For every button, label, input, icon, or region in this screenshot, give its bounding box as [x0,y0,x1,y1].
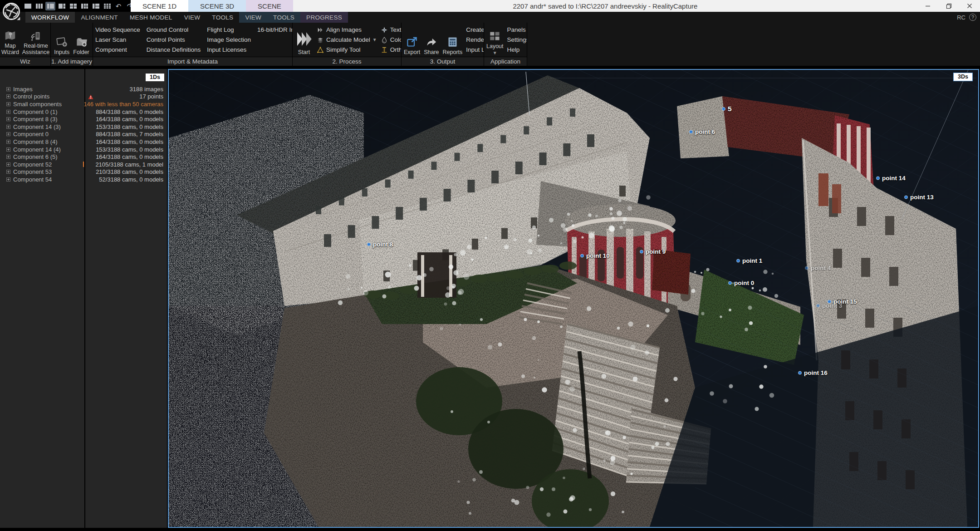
expand-plus-icon[interactable] [6,125,10,129]
tree-item-component-8-3[interactable]: Component 8 (3) [0,115,84,123]
layout-preset-button[interactable] [79,2,89,10]
tree-item-component-54[interactable]: Component 54 [0,176,84,183]
align-images-button[interactable]: Align Images [317,25,377,35]
layout-preset-button[interactable] [34,2,44,10]
close-button[interactable] [959,0,980,12]
expand-plus-icon[interactable] [6,132,10,136]
expand-plus-icon[interactable] [6,87,10,91]
layout-preset-button[interactable] [68,2,78,10]
laser-scan-button[interactable]: Laser Scan [95,35,140,45]
control-point-point-6[interactable]: point 6 [689,128,715,135]
control-point-point-4[interactable]: point 4 [805,265,831,271]
help-button[interactable]: Help [507,45,527,55]
component-button[interactable]: Component [95,45,140,55]
restore-button[interactable] [938,0,959,12]
viewport-3d[interactable]: 3Ds 5point 6point 14point 13point 8point… [168,69,979,528]
tree-item-control-points[interactable]: Control points [0,93,84,101]
layout-preset-button[interactable] [91,2,101,10]
ribbon-tab-alignment[interactable]: ALIGNMENT [75,12,123,23]
tree-item-small-components[interactable]: Small components [0,100,84,108]
component-label: Component [95,45,127,55]
ribbon-tab-view[interactable]: VIEW [178,12,206,23]
expand-plus-icon[interactable] [6,102,10,106]
tree-item-component-0[interactable]: Component 0 [0,131,84,138]
layout-preset-button[interactable] [45,2,55,10]
expand-plus-icon[interactable] [6,177,10,182]
undo-button[interactable]: ↶ [113,2,123,10]
control-point-point-9[interactable]: point 9 [640,248,666,255]
control-point-point-0[interactable]: point 0 [728,280,754,286]
ortho-projection-button[interactable]: Ortho Projection [381,45,401,55]
expand-plus-icon[interactable] [6,170,10,174]
ribbon-tab-mesh-model[interactable]: MESH MODEL [124,12,178,23]
tree-item-images[interactable]: Images [0,85,84,93]
view-badge-1d[interactable]: 1Ds [146,74,164,81]
inputs-button[interactable]: Inputs [54,24,69,56]
control-point-point-3[interactable]: point 3 [816,302,842,309]
tree-item-component-14-3[interactable]: Component 14 (3) [0,123,84,131]
layout-button[interactable]: Layout▼ [486,24,504,56]
control-points-button[interactable]: Control Points [147,35,201,45]
scene-tab-scene-1d[interactable]: SCENE 1D [131,0,188,12]
render-image-button[interactable]: Render Image [466,35,484,45]
expand-plus-icon[interactable] [6,117,10,121]
tree-item-label: Small components [13,101,62,108]
expand-plus-icon[interactable] [6,155,10,159]
tree-item-component-8-4[interactable]: Component 8 (4) [0,138,84,146]
tree-item-component-14-4[interactable]: Component 14 (4) [0,146,84,153]
control-point-point-10[interactable]: point 10 [580,252,610,259]
control-point-point-16[interactable]: point 16 [798,369,828,376]
realitycapture-logo-icon[interactable] [2,1,21,22]
expand-plus-icon[interactable] [6,148,10,152]
tree-item-component-0-1[interactable]: Component 0 (1) [0,108,84,116]
folder-button[interactable]: Folder [73,24,89,56]
view-badge-3d[interactable]: 3Ds [953,73,973,81]
simplify-tool-button[interactable]: Simplify Tool [317,45,377,55]
image-selection-button[interactable]: Image Selection [207,35,251,45]
expand-plus-icon[interactable] [6,110,10,114]
real-time-assistance-button[interactable]: Real-time Assistance [23,24,49,56]
panels-button[interactable]: Panels [507,25,527,35]
ground-control-button[interactable]: Ground Control [147,25,201,35]
expand-plus-icon[interactable] [6,140,10,144]
control-point-point-14[interactable]: point 14 [876,175,906,182]
input-licenses-button[interactable]: Input Licenses [207,45,251,55]
control-point-point-1[interactable]: point 1 [736,257,762,264]
minimize-button[interactable] [917,0,938,12]
flight-log-button[interactable]: Flight Log [207,25,251,35]
reports-button[interactable]: Reports [443,24,463,56]
tree-item-component-52[interactable]: Component 52 [0,161,84,168]
scene-tab-scene-3d[interactable]: SCENE 3D [188,0,246,12]
distance-definitions-button[interactable]: Distance Definitions [147,45,201,55]
layout-preset-button[interactable] [57,2,67,10]
expand-plus-icon[interactable] [6,94,10,98]
input-licenses-button[interactable]: Input Licenses [466,45,484,55]
calculate-model-button[interactable]: Calculate Model▼ [317,35,377,45]
scene-tab-scene[interactable]: SCENE [246,0,293,12]
tree-item-component-53[interactable]: Component 53 [0,168,84,176]
settings-button[interactable]: Settings [507,35,527,45]
help-icon[interactable]: ? [969,14,976,21]
share-button[interactable]: Share [424,24,439,56]
tree-item-component-6-5[interactable]: Component 6 (5) [0,153,84,161]
ribbon-tab-tools[interactable]: TOOLS [267,12,300,23]
rc-mode-label[interactable]: RC [957,14,965,21]
layout-preset-button[interactable] [102,2,112,10]
video-sequence-button[interactable]: Video Sequence [95,25,140,35]
ribbon-tab-tools[interactable]: TOOLS [206,12,239,23]
16-bit-hdr-images-button[interactable]: 16-bit/HDR Images [257,25,292,35]
colorize-button[interactable]: Colorize [381,35,401,45]
control-point-point-8[interactable]: point 8 [367,241,393,248]
control-point-5[interactable]: 5 [722,105,732,113]
ribbon-tab-workflow[interactable]: WORKFLOW [25,12,75,23]
expand-plus-icon[interactable] [6,162,10,167]
map-wizard-button[interactable]: Map Wizard [1,24,19,56]
create-video-button[interactable]: Create Video▼ [466,25,484,35]
texture-button[interactable]: Texture [381,25,401,35]
control-point-point-13[interactable]: point 13 [904,194,934,201]
ribbon-tab-progress[interactable]: PROGRESS [300,12,348,23]
layout-preset-button[interactable] [23,2,33,10]
start-button[interactable]: Start [295,24,313,56]
ribbon-tab-view[interactable]: VIEW [239,12,267,23]
export-button[interactable]: Export [404,24,420,56]
